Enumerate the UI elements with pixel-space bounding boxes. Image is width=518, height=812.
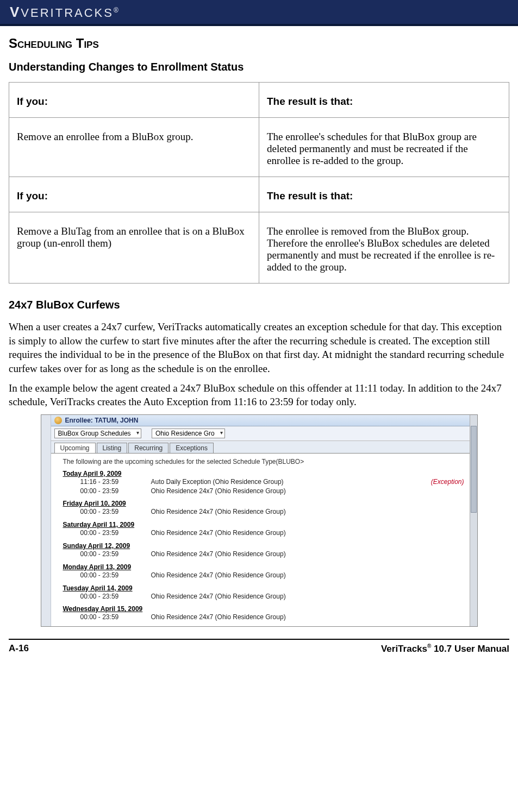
schedule-time: 00:00 - 23:59 (80, 550, 151, 559)
enrollee-title: Enrollee: TATUM, JOHN (65, 417, 139, 424)
enrollee-icon (54, 417, 62, 424)
schedule-day-header: Wednesday April 15, 2009 (63, 605, 464, 613)
schedule-row: 00:00 - 23:59Ohio Residence 24x7 (Ohio R… (80, 507, 464, 517)
schedule-row: 00:00 - 23:59Ohio Residence 24x7 (Ohio R… (80, 550, 464, 559)
footer-manual-title: VeriTracks® 10.7 User Manual (381, 643, 509, 654)
schedule-time: 00:00 - 23:59 (80, 613, 151, 622)
screenshot-scrollbar[interactable] (470, 415, 477, 626)
schedule-time: 00:00 - 23:59 (80, 571, 151, 580)
table-header-if-1: If you: (9, 83, 259, 118)
page-footer: A-16 VeriTracks® 10.7 User Manual (9, 639, 509, 654)
schedule-row: 00:00 - 23:59Ohio Residence 24x7 (Ohio R… (80, 528, 464, 538)
tab-exceptions[interactable]: Exceptions (170, 443, 214, 453)
schedule-desc: Ohio Residence 24x7 (Ohio Residence Grou… (151, 487, 464, 496)
table-cell-if-2: Remove a BluTag from an enrollee that is… (9, 212, 259, 284)
schedule-day-header: Monday April 13, 2009 (63, 563, 464, 571)
footer-page-number: A-16 (9, 643, 29, 654)
enrollee-title-bar: Enrollee: TATUM, JOHN (51, 415, 470, 426)
schedule-desc: Ohio Residence 24x7 (Ohio Residence Grou… (151, 528, 464, 538)
schedule-time: 00:00 - 23:59 (80, 528, 151, 538)
brand-text: VERITRACKS (21, 6, 114, 20)
schedule-time: 00:00 - 23:59 (80, 592, 151, 601)
paragraph-2: In the example below the agent created a… (9, 381, 509, 409)
embedded-screenshot: Enrollee: TATUM, JOHN BluBox Group Sched… (41, 414, 478, 627)
schedule-row: 11:16 - 23:59Auto Daily Exception (Ohio … (80, 477, 464, 487)
schedule-controls: BluBox Group Schedules Ohio Residence Gr… (51, 426, 470, 441)
schedule-row: 00:00 - 23:59Ohio Residence 24x7 (Ohio R… (80, 592, 464, 601)
schedule-day-header: Today April 9, 2009 (63, 470, 464, 477)
table-cell-if-1: Remove an enrollee from a BluBox group. (9, 118, 259, 177)
schedule-desc: Auto Daily Exception (Ohio Residence Gro… (151, 477, 427, 487)
schedule-desc: Ohio Residence 24x7 (Ohio Residence Grou… (151, 592, 464, 601)
table-cell-result-1: The enrollee's schedules for that BluBox… (259, 118, 509, 177)
subheading-curfews: 24x7 BluBox Curfews (9, 299, 509, 311)
brand-header: VVERITRACKS® (0, 0, 518, 26)
tab-recurring[interactable]: Recurring (128, 443, 168, 453)
section-heading: Scheduling Tips (9, 36, 509, 51)
schedule-desc: Ohio Residence 24x7 (Ohio Residence Grou… (151, 550, 464, 559)
enrollment-table: If you: The result is that: Remove an en… (9, 82, 509, 284)
schedule-note: The following are the upcoming schedules… (63, 458, 464, 465)
exception-label: (Exception) (431, 477, 464, 487)
schedule-time: 00:00 - 23:59 (80, 487, 151, 496)
tab-upcoming[interactable]: Upcoming (54, 443, 96, 453)
group-select[interactable]: Ohio Residence Gro (152, 429, 225, 438)
schedule-time: 11:16 - 23:59 (80, 477, 151, 487)
table-header-if-2: If you: (9, 177, 259, 212)
schedule-type-select[interactable]: BluBox Group Schedules (54, 429, 141, 438)
scrollbar-thumb[interactable] (471, 426, 477, 513)
schedule-body: The following are the upcoming schedules… (51, 454, 470, 626)
screenshot-left-gutter (41, 415, 51, 626)
table-cell-result-2: The enrollee is removed from the BluBox … (259, 212, 509, 284)
schedule-day-header: Saturday April 11, 2009 (63, 521, 464, 528)
table-header-result-1: The result is that: (259, 83, 509, 118)
schedule-row: 00:00 - 23:59Ohio Residence 24x7 (Ohio R… (80, 613, 464, 622)
paragraph-1: When a user creates a 24x7 curfew, VeriT… (9, 320, 509, 376)
brand-mark: ® (114, 6, 120, 14)
schedule-day-header: Sunday April 12, 2009 (63, 542, 464, 550)
tab-listing[interactable]: Listing (97, 443, 128, 453)
schedule-day-header: Friday April 10, 2009 (63, 500, 464, 507)
schedule-day-header: Tuesday April 14, 2009 (63, 584, 464, 592)
brand-logo: VVERITRACKS® (10, 4, 120, 21)
schedule-desc: Ohio Residence 24x7 (Ohio Residence Grou… (151, 571, 464, 580)
schedule-row: 00:00 - 23:59Ohio Residence 24x7 (Ohio R… (80, 571, 464, 580)
schedule-tabs: UpcomingListingRecurringExceptions (51, 441, 470, 454)
schedule-row: 00:00 - 23:59Ohio Residence 24x7 (Ohio R… (80, 487, 464, 496)
subheading-changes: Understanding Changes to Enrollment Stat… (9, 61, 509, 73)
schedule-desc: Ohio Residence 24x7 (Ohio Residence Grou… (151, 613, 464, 622)
table-header-result-2: The result is that: (259, 177, 509, 212)
schedule-desc: Ohio Residence 24x7 (Ohio Residence Grou… (151, 507, 464, 517)
schedule-time: 00:00 - 23:59 (80, 507, 151, 517)
